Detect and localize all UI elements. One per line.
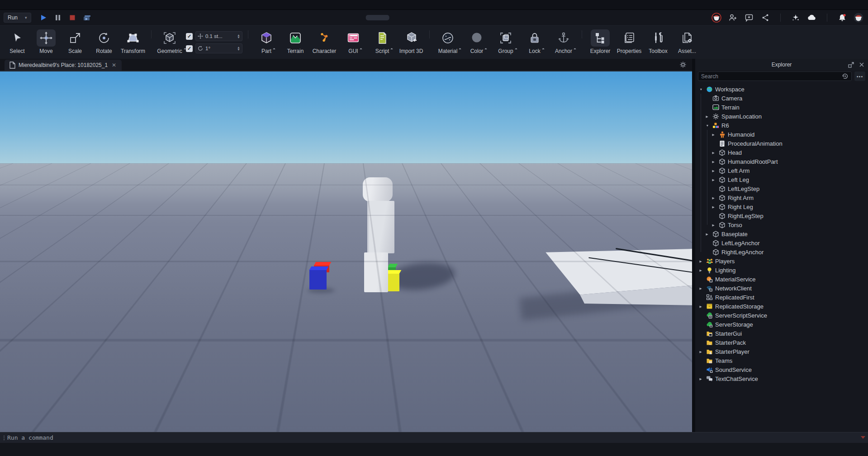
tree-item-networkclient[interactable]: NetworkClient bbox=[695, 284, 868, 293]
tree-item-humanoid[interactable]: Humanoid bbox=[695, 130, 868, 139]
vcr-button-resume[interactable] bbox=[83, 14, 91, 22]
tree-item-rightlegstep[interactable]: RightLegStep bbox=[695, 211, 868, 220]
move-snap-field[interactable]: 0.1 st... ▲▼ bbox=[195, 31, 242, 41]
tree-item-starterplayer[interactable]: StarterPlayer bbox=[695, 347, 868, 356]
ribbon-button-group[interactable]: Group bbox=[491, 26, 520, 59]
ribbon-button-lock[interactable]: Lock bbox=[520, 26, 549, 59]
tree-item-serverstorage[interactable]: ServerStorage bbox=[695, 320, 868, 329]
ribbon-button-character[interactable]: Character bbox=[310, 26, 339, 59]
rotate-snap-steppers[interactable]: ▲▼ bbox=[237, 46, 240, 51]
expand-arrow[interactable] bbox=[698, 286, 704, 290]
tabbar-settings-gear-icon[interactable] bbox=[679, 61, 687, 68]
3d-viewport[interactable] bbox=[0, 71, 692, 432]
tree-item-rightleganchor[interactable]: RightLegAnchor bbox=[695, 247, 868, 256]
expand-arrow[interactable] bbox=[698, 87, 704, 91]
expand-arrow[interactable] bbox=[698, 304, 704, 309]
yellow-cube[interactable] bbox=[386, 273, 399, 291]
ribbon-button-explorer[interactable]: Explorer bbox=[586, 26, 615, 59]
tab-home[interactable] bbox=[365, 15, 389, 20]
tree-item-players[interactable]: Players bbox=[695, 256, 868, 266]
top-icon[interactable] bbox=[711, 13, 721, 23]
tree-item-torso[interactable]: Torso bbox=[695, 220, 868, 229]
menu-item-file[interactable] bbox=[4, 4, 14, 6]
command-bar-caret-icon[interactable] bbox=[861, 436, 865, 439]
expand-arrow[interactable] bbox=[711, 169, 716, 173]
tree-item-right-arm[interactable]: Right Arm bbox=[695, 193, 868, 202]
tree-item-replicatedfirst[interactable]: ReplicatedFirst bbox=[695, 293, 868, 302]
top-icon[interactable] bbox=[791, 13, 801, 23]
ribbon-button-rotate[interactable]: Rotate bbox=[90, 26, 119, 59]
blue-cube[interactable] bbox=[309, 270, 327, 290]
tree-item-lighting[interactable]: Lighting bbox=[695, 266, 868, 275]
character-torso[interactable] bbox=[367, 201, 394, 253]
tree-item-soundservice[interactable]: SoundService bbox=[695, 365, 868, 374]
menu-item-window[interactable] bbox=[62, 4, 72, 6]
ribbon-button-transform[interactable]: Transform bbox=[119, 26, 147, 59]
expand-arrow[interactable] bbox=[698, 259, 704, 263]
top-icon[interactable] bbox=[807, 13, 817, 23]
top-icon[interactable] bbox=[760, 13, 770, 23]
expand-arrow[interactable] bbox=[698, 268, 704, 272]
tree-item-spawnlocation[interactable]: SpawnLocation bbox=[695, 112, 868, 121]
expand-arrow[interactable] bbox=[711, 151, 716, 155]
expand-arrow[interactable] bbox=[711, 133, 716, 137]
ribbon-button-scale[interactable]: Scale bbox=[61, 26, 90, 59]
tab-script[interactable] bbox=[441, 15, 465, 20]
expand-arrow[interactable] bbox=[698, 350, 704, 354]
tree-item-leftlegstep[interactable]: LeftLegStep bbox=[695, 184, 868, 193]
top-icon[interactable] bbox=[837, 13, 847, 23]
ribbon-button-color[interactable]: Color bbox=[462, 26, 491, 59]
expand-arrow[interactable] bbox=[711, 178, 716, 182]
tree-item-left-arm[interactable]: Left Arm bbox=[695, 166, 868, 175]
history-icon[interactable] bbox=[842, 73, 849, 80]
ribbon-button-gui[interactable]: GUI bbox=[339, 26, 368, 59]
top-icon[interactable] bbox=[854, 13, 863, 23]
tree-item-textchatservice[interactable]: TextChatService bbox=[695, 374, 868, 383]
close-icon[interactable] bbox=[859, 62, 864, 67]
vcr-button-stop[interactable] bbox=[68, 14, 76, 22]
expand-arrow[interactable] bbox=[711, 196, 716, 200]
tree-item-workspace[interactable]: Workspace bbox=[695, 85, 868, 94]
expand-arrow[interactable] bbox=[698, 377, 704, 381]
menu-item-plugins[interactable] bbox=[39, 4, 49, 6]
tree-item-left-leg[interactable]: Left Leg bbox=[695, 175, 868, 184]
tree-item-right-leg[interactable]: Right Leg bbox=[695, 202, 868, 211]
character-legs[interactable] bbox=[364, 252, 388, 292]
tree-item-head[interactable]: Head bbox=[695, 148, 868, 157]
ribbon-button-asset[interactable]: Asset... bbox=[673, 26, 702, 59]
tree-item-materialservice[interactable]: MaterialService bbox=[695, 275, 868, 284]
vcr-button-pause[interactable] bbox=[54, 14, 62, 22]
tree-item-proceduralanimation[interactable]: ProceduralAnimation bbox=[695, 139, 868, 148]
tree-item-r6[interactable]: R6 bbox=[695, 121, 868, 130]
top-icon[interactable] bbox=[728, 13, 738, 23]
ribbon-button-select[interactable]: Select bbox=[3, 26, 32, 59]
expand-arrow[interactable] bbox=[711, 160, 716, 164]
tree-item-replicatedstorage[interactable]: ReplicatedStorage bbox=[695, 302, 868, 311]
tree-item-baseplate[interactable]: Baseplate bbox=[695, 229, 868, 238]
place-tab[interactable]: Mieredealbine9's Place: 10182025_1 ✕ bbox=[5, 60, 122, 71]
tree-item-teams[interactable]: Teams bbox=[695, 356, 868, 365]
ribbon-button-material[interactable]: Material bbox=[433, 26, 462, 59]
expand-arrow[interactable] bbox=[704, 114, 710, 119]
rotate-snap-field[interactable]: 1° ▲▼ bbox=[195, 43, 242, 53]
tree-item-starterpack[interactable]: StarterPack bbox=[695, 338, 868, 347]
tab-model[interactable] bbox=[467, 15, 490, 20]
explorer-header[interactable]: Explorer bbox=[695, 59, 868, 71]
expand-arrow[interactable] bbox=[704, 232, 710, 236]
more-options-button[interactable]: ••• bbox=[854, 71, 865, 81]
move-snap-steppers[interactable]: ▲▼ bbox=[237, 34, 240, 38]
tab-[interactable] bbox=[517, 15, 541, 20]
tree-item-serverscriptservice[interactable]: ServerScriptService bbox=[695, 311, 868, 320]
expand-arrow[interactable] bbox=[711, 205, 716, 209]
ribbon-button-geometric[interactable]: Geometric bbox=[155, 26, 184, 59]
tree-item-startergui[interactable]: StarterGui bbox=[695, 329, 868, 338]
tab-avatar[interactable] bbox=[391, 15, 414, 20]
rotate-snap-checkbox[interactable]: ✓ bbox=[186, 45, 193, 52]
search-input[interactable] bbox=[701, 73, 842, 80]
close-icon[interactable]: ✕ bbox=[111, 62, 117, 68]
dock-icon[interactable] bbox=[848, 62, 854, 68]
ribbon-button-terrain[interactable]: Terrain bbox=[281, 26, 310, 59]
ribbon-button-properties[interactable]: Properties bbox=[615, 26, 644, 59]
tree-item-leftleganchor[interactable]: LeftLegAnchor bbox=[695, 238, 868, 247]
vcr-button-play[interactable] bbox=[39, 14, 47, 22]
